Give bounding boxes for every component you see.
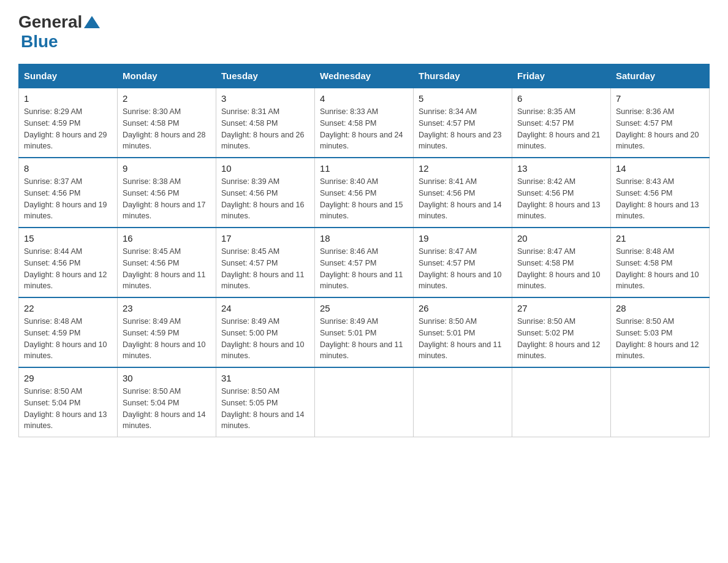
calendar-cell: 26Sunrise: 8:50 AMSunset: 5:01 PMDayligh… — [414, 297, 512, 367]
day-info: Sunrise: 8:50 AMSunset: 5:04 PMDaylight:… — [24, 386, 112, 432]
calendar-week-row: 8Sunrise: 8:37 AMSunset: 4:56 PMDaylight… — [19, 158, 710, 228]
day-info: Sunrise: 8:48 AMSunset: 4:58 PMDaylight:… — [616, 246, 704, 292]
day-number: 18 — [320, 233, 408, 243]
day-number: 8 — [24, 163, 112, 174]
day-number: 15 — [24, 233, 112, 243]
day-info: Sunrise: 8:49 AMSunset: 5:01 PMDaylight:… — [320, 316, 408, 362]
calendar-cell: 2Sunrise: 8:30 AMSunset: 4:58 PMDaylight… — [118, 88, 216, 158]
calendar-cell: 5Sunrise: 8:34 AMSunset: 4:57 PMDaylight… — [414, 88, 512, 158]
calendar-table: SundayMondayTuesdayWednesdayThursdayFrid… — [18, 64, 710, 437]
day-number: 22 — [24, 303, 112, 313]
day-info: Sunrise: 8:50 AMSunset: 5:03 PMDaylight:… — [616, 316, 704, 362]
day-info: Sunrise: 8:50 AMSunset: 5:04 PMDaylight:… — [123, 386, 211, 432]
calendar-week-row: 22Sunrise: 8:48 AMSunset: 4:59 PMDayligh… — [19, 297, 710, 367]
day-number: 2 — [123, 93, 211, 104]
day-info: Sunrise: 8:49 AMSunset: 4:59 PMDaylight:… — [123, 316, 211, 362]
calendar-cell: 28Sunrise: 8:50 AMSunset: 5:03 PMDayligh… — [611, 297, 710, 367]
calendar-cell: 22Sunrise: 8:48 AMSunset: 4:59 PMDayligh… — [19, 297, 118, 367]
day-info: Sunrise: 8:47 AMSunset: 4:57 PMDaylight:… — [419, 246, 507, 292]
calendar-cell: 10Sunrise: 8:39 AMSunset: 4:56 PMDayligh… — [216, 158, 315, 228]
day-info: Sunrise: 8:39 AMSunset: 4:56 PMDaylight:… — [221, 176, 309, 222]
day-number: 11 — [320, 163, 408, 174]
day-info: Sunrise: 8:35 AMSunset: 4:57 PMDaylight:… — [517, 106, 605, 152]
day-number: 25 — [320, 303, 408, 313]
calendar-cell: 25Sunrise: 8:49 AMSunset: 5:01 PMDayligh… — [315, 297, 414, 367]
day-number: 21 — [616, 233, 704, 243]
weekday-header-friday: Friday — [512, 64, 611, 88]
day-info: Sunrise: 8:45 AMSunset: 4:56 PMDaylight:… — [123, 246, 211, 292]
day-number: 24 — [221, 303, 309, 313]
weekday-header-sunday: Sunday — [19, 64, 118, 88]
day-number: 19 — [419, 233, 507, 243]
day-number: 13 — [517, 163, 605, 174]
day-number: 5 — [419, 93, 507, 104]
day-info: Sunrise: 8:43 AMSunset: 4:56 PMDaylight:… — [616, 176, 704, 222]
day-number: 9 — [123, 163, 211, 174]
day-number: 10 — [221, 163, 309, 174]
calendar-cell: 27Sunrise: 8:50 AMSunset: 5:02 PMDayligh… — [512, 297, 611, 367]
calendar-cell: 20Sunrise: 8:47 AMSunset: 4:58 PMDayligh… — [512, 228, 611, 297]
day-info: Sunrise: 8:41 AMSunset: 4:56 PMDaylight:… — [419, 176, 507, 222]
day-number: 26 — [419, 303, 507, 313]
weekday-header-wednesday: Wednesday — [315, 64, 414, 88]
day-info: Sunrise: 8:47 AMSunset: 4:58 PMDaylight:… — [517, 246, 605, 292]
day-info: Sunrise: 8:33 AMSunset: 4:58 PMDaylight:… — [320, 106, 408, 152]
weekday-header-tuesday: Tuesday — [216, 64, 315, 88]
day-info: Sunrise: 8:40 AMSunset: 4:56 PMDaylight:… — [320, 176, 408, 222]
day-number: 14 — [616, 163, 704, 174]
weekday-header-saturday: Saturday — [611, 64, 710, 88]
calendar-cell: 14Sunrise: 8:43 AMSunset: 4:56 PMDayligh… — [611, 158, 710, 228]
day-info: Sunrise: 8:50 AMSunset: 5:02 PMDaylight:… — [517, 316, 605, 362]
weekday-header-monday: Monday — [118, 64, 216, 88]
calendar-cell: 6Sunrise: 8:35 AMSunset: 4:57 PMDaylight… — [512, 88, 611, 158]
logo-blue-text: Blue — [21, 32, 58, 52]
day-info: Sunrise: 8:48 AMSunset: 4:59 PMDaylight:… — [24, 316, 112, 362]
calendar-cell — [611, 367, 710, 437]
day-info: Sunrise: 8:38 AMSunset: 4:56 PMDaylight:… — [123, 176, 211, 222]
day-number: 29 — [24, 373, 112, 383]
day-info: Sunrise: 8:34 AMSunset: 4:57 PMDaylight:… — [419, 106, 507, 152]
calendar-cell: 8Sunrise: 8:37 AMSunset: 4:56 PMDaylight… — [19, 158, 118, 228]
calendar-cell: 15Sunrise: 8:44 AMSunset: 4:56 PMDayligh… — [19, 228, 118, 297]
calendar-cell — [315, 367, 414, 437]
day-info: Sunrise: 8:30 AMSunset: 4:58 PMDaylight:… — [123, 106, 211, 152]
day-number: 12 — [419, 163, 507, 174]
day-info: Sunrise: 8:44 AMSunset: 4:56 PMDaylight:… — [24, 246, 112, 292]
calendar-cell: 4Sunrise: 8:33 AMSunset: 4:58 PMDaylight… — [315, 88, 414, 158]
calendar-cell: 21Sunrise: 8:48 AMSunset: 4:58 PMDayligh… — [611, 228, 710, 297]
day-number: 1 — [24, 93, 112, 104]
day-number: 4 — [320, 93, 408, 104]
day-number: 6 — [517, 93, 605, 104]
calendar-cell: 18Sunrise: 8:46 AMSunset: 4:57 PMDayligh… — [315, 228, 414, 297]
day-number: 30 — [123, 373, 211, 383]
day-info: Sunrise: 8:42 AMSunset: 4:56 PMDaylight:… — [517, 176, 605, 222]
calendar-cell: 13Sunrise: 8:42 AMSunset: 4:56 PMDayligh… — [512, 158, 611, 228]
day-number: 27 — [517, 303, 605, 313]
logo-general-text: General — [18, 12, 82, 32]
calendar-cell: 24Sunrise: 8:49 AMSunset: 5:00 PMDayligh… — [216, 297, 315, 367]
day-info: Sunrise: 8:46 AMSunset: 4:57 PMDaylight:… — [320, 246, 408, 292]
weekday-header-thursday: Thursday — [414, 64, 512, 88]
day-info: Sunrise: 8:29 AMSunset: 4:59 PMDaylight:… — [24, 106, 112, 152]
calendar-cell: 1Sunrise: 8:29 AMSunset: 4:59 PMDaylight… — [19, 88, 118, 158]
day-number: 28 — [616, 303, 704, 313]
day-number: 31 — [221, 373, 309, 383]
weekday-header-row: SundayMondayTuesdayWednesdayThursdayFrid… — [19, 64, 710, 88]
day-number: 17 — [221, 233, 309, 243]
calendar-week-row: 15Sunrise: 8:44 AMSunset: 4:56 PMDayligh… — [19, 228, 710, 297]
calendar-cell: 23Sunrise: 8:49 AMSunset: 4:59 PMDayligh… — [118, 297, 216, 367]
day-number: 3 — [221, 93, 309, 104]
calendar-cell: 31Sunrise: 8:50 AMSunset: 5:05 PMDayligh… — [216, 367, 315, 437]
calendar-cell: 16Sunrise: 8:45 AMSunset: 4:56 PMDayligh… — [118, 228, 216, 297]
day-info: Sunrise: 8:45 AMSunset: 4:57 PMDaylight:… — [221, 246, 309, 292]
day-info: Sunrise: 8:49 AMSunset: 5:00 PMDaylight:… — [221, 316, 309, 362]
calendar-cell: 12Sunrise: 8:41 AMSunset: 4:56 PMDayligh… — [414, 158, 512, 228]
day-info: Sunrise: 8:50 AMSunset: 5:01 PMDaylight:… — [419, 316, 507, 362]
page-header: General Blue — [18, 12, 710, 52]
calendar-cell: 3Sunrise: 8:31 AMSunset: 4:58 PMDaylight… — [216, 88, 315, 158]
day-number: 23 — [123, 303, 211, 313]
calendar-cell — [512, 367, 611, 437]
calendar-week-row: 29Sunrise: 8:50 AMSunset: 5:04 PMDayligh… — [19, 367, 710, 437]
calendar-cell: 19Sunrise: 8:47 AMSunset: 4:57 PMDayligh… — [414, 228, 512, 297]
logo: General Blue — [18, 12, 100, 52]
